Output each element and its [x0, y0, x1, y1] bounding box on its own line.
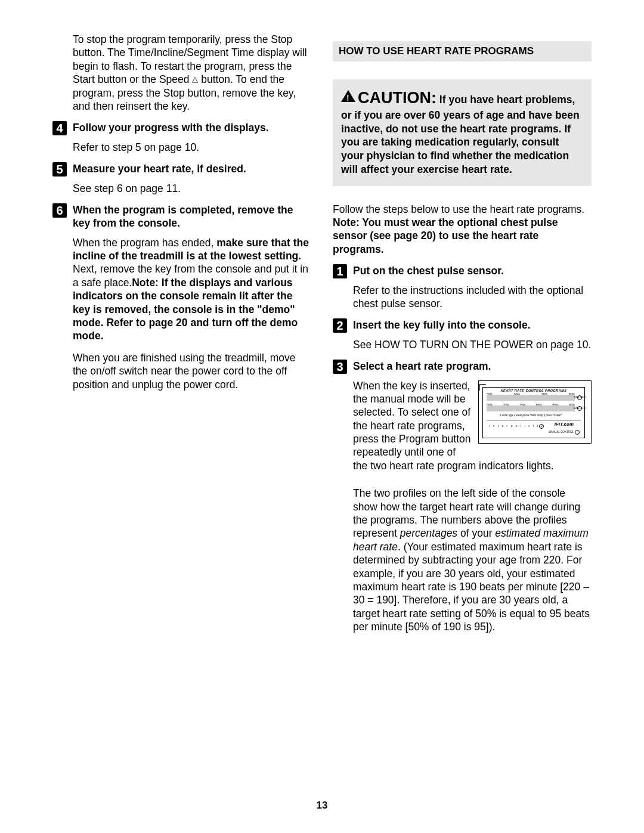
- console-inner: HEART RATE CONTROL PROGRAMS 50% 60% 70% …: [482, 387, 585, 438]
- console-diagram: HEART RATE CONTROL PROGRAMS 50% 60% 70% …: [478, 380, 592, 444]
- warning-triangle-icon: [341, 90, 355, 102]
- text: Follow the steps below to use the heart …: [333, 203, 584, 215]
- left-column: To stop the program temporarily, press t…: [52, 33, 311, 642]
- hr-step-3: 3 Select a heart rate program. HEART RAT…: [333, 360, 592, 633]
- step-heading: Insert the key fully into the console.: [353, 318, 592, 332]
- interactivity-label: i n t e r a c t i v i t y: [489, 424, 544, 428]
- italic-text: percentages: [400, 527, 457, 539]
- intro-paragraph: To stop the program temporarily, press t…: [52, 33, 311, 113]
- manual-page: To stop the program temporarily, press t…: [0, 0, 644, 833]
- columns: To stop the program temporarily, press t…: [52, 33, 592, 642]
- indicator-led-icon: [575, 430, 580, 435]
- step-heading: When the program is completed, remove th…: [73, 203, 311, 230]
- step-5: 5 Measure your heart rate, if desired. S…: [52, 162, 311, 195]
- hr-step-2: 2 Insert the key fully into the console.…: [333, 318, 592, 351]
- hr-step-1: 1 Put on the chest pulse sensor. Refer t…: [333, 264, 592, 310]
- text: of your: [457, 527, 495, 539]
- console-instructions: 1 enter age 2 wear pulse chest strap 3 p…: [487, 414, 575, 417]
- step-3-body-p1-wrap: HEART RATE CONTROL PROGRAMS 50% 60% 70% …: [353, 379, 592, 473]
- console-bottom: i n t e r a c t i v i t y iFIT.com MANUA…: [487, 420, 581, 435]
- caution-box: CAUTION: If you have heart problems, or …: [333, 79, 592, 186]
- text: When the program has ended,: [73, 237, 216, 249]
- step-body: See step 6 on page 11.: [73, 182, 311, 195]
- step-body: See HOW TO TURN ON THE POWER on page 10.: [353, 338, 592, 351]
- page-number: 13: [0, 800, 644, 812]
- right-column: HOW TO USE HEART RATE PROGRAMS CAUTION: …: [333, 33, 592, 642]
- indicator-led-icon: [577, 406, 582, 411]
- step-heading: Put on the chest pulse sensor.: [353, 264, 592, 277]
- step-number-badge: 6: [52, 203, 67, 218]
- step-body-p2: When you are finished using the treadmil…: [73, 351, 311, 391]
- bold-text: Note: You must wear the optional chest p…: [333, 216, 558, 255]
- step-3-body-p2: The two profiles on the left side of the…: [353, 481, 592, 633]
- step-number-badge: 4: [52, 121, 67, 135]
- caution-title: CAUTION:: [358, 89, 436, 107]
- step-number-badge: 1: [333, 264, 347, 278]
- indicator-led-icon: [539, 424, 544, 429]
- step-4: 4 Follow your progress with the displays…: [52, 121, 311, 154]
- text: . (Your estimated maximum heart rate is …: [353, 541, 590, 633]
- indicator-led-icon: [577, 395, 582, 400]
- ifit-logo: iFIT.com: [555, 422, 574, 428]
- step-body: Refer to the instructions included with …: [353, 284, 592, 311]
- step-body-p1: When the program has ended, make sure th…: [73, 236, 311, 343]
- section-heading: HOW TO USE HEART RATE PROGRAMS: [333, 41, 592, 61]
- step-body: Refer to step 5 on page 10.: [73, 141, 311, 154]
- hr-intro: Follow the steps below to use the heart …: [333, 203, 592, 256]
- step-number-badge: 3: [333, 360, 347, 374]
- step-number-badge: 2: [333, 318, 347, 333]
- up-triangle-icon: △: [192, 75, 198, 85]
- step-6: 6 When the program is completed, remove …: [52, 203, 311, 391]
- manual-control-label: MANUAL CONTROL: [549, 431, 574, 434]
- console-profile-2: [487, 405, 575, 411]
- step-number-badge: 5: [52, 162, 67, 176]
- step-heading: Follow your progress with the displays.: [73, 121, 311, 134]
- step-heading: Select a heart rate program.: [353, 360, 592, 373]
- step-heading: Measure your heart rate, if desired.: [73, 162, 311, 175]
- console-profile-1: [487, 395, 575, 401]
